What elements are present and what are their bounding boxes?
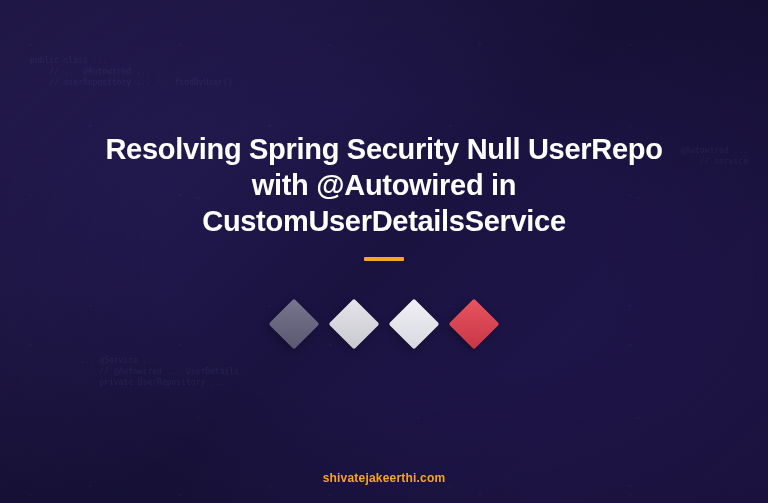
diamond-icon-4: [449, 299, 500, 350]
footer-url: shivatejakeerthi.com: [0, 471, 768, 485]
title-underline: [364, 257, 404, 261]
diamond-icon-1: [269, 299, 320, 350]
bg-code-snippet-1: public class ... // ... @Autowired ... /…: [30, 55, 232, 89]
diamond-icon-3: [389, 299, 440, 350]
bg-code-snippet-3: @Autowired ... // service: [681, 145, 748, 167]
diamond-icon-2: [329, 299, 380, 350]
page-title: Resolving Spring Security Null UserRepo …: [104, 131, 664, 240]
main-content: Resolving Spring Security Null UserRepo …: [104, 131, 664, 343]
diamond-row: [276, 306, 492, 342]
bg-code-snippet-2: ... @Service ... // @Autowired ... UserD…: [80, 355, 239, 389]
